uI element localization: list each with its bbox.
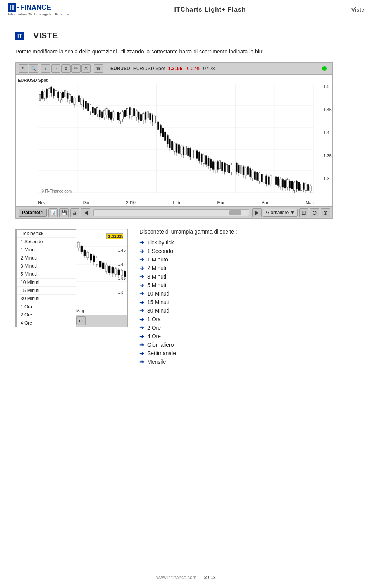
- dropdown-item-4[interactable]: 3 Minuti: [17, 262, 76, 270]
- dropdown-item-7[interactable]: 15 Minuti: [17, 287, 76, 295]
- option-arrow-13: ➔: [140, 350, 144, 356]
- option-arrow-4: ➔: [140, 273, 144, 280]
- svg-rect-77: [113, 112, 114, 118]
- dropdown-item-6[interactable]: 10 Minuti: [17, 279, 76, 287]
- zoom-in-tool-btn[interactable]: 🔍: [29, 64, 38, 73]
- chart-price: 1.3196: [168, 66, 183, 71]
- svg-rect-73: [108, 110, 110, 118]
- svg-rect-163: [217, 162, 219, 170]
- dropdown-list[interactable]: Tick by tick1 Secondo1 Minuto2 Minuti3 M…: [16, 229, 76, 327]
- svg-rect-91: [131, 110, 133, 117]
- zoom-fit-btn[interactable]: ⊡: [299, 208, 308, 217]
- x-label-6: Mag: [306, 200, 314, 205]
- svg-rect-49: [81, 98, 82, 104]
- params-button[interactable]: Parametri: [19, 209, 47, 217]
- svg-rect-15: [39, 94, 41, 101]
- dropdown-item-9[interactable]: 1 Ora: [17, 303, 76, 311]
- y-label-5: 1.3: [324, 176, 332, 181]
- option-label-13: Settimanale: [147, 350, 176, 356]
- svg-rect-81: [120, 114, 121, 121]
- svg-rect-35: [62, 92, 64, 98]
- svg-rect-37: [64, 91, 66, 97]
- dropdown-item-8[interactable]: 30 Minuti: [17, 295, 76, 303]
- header-nav-label: Viste: [351, 7, 364, 13]
- logo-top: IT - FINANCE: [8, 3, 51, 12]
- zoom-in-btn[interactable]: ⊕: [321, 208, 330, 217]
- cursor-tool-btn[interactable]: ↖: [19, 64, 28, 73]
- svg-rect-183: [243, 167, 244, 175]
- y-label-4: 1.35: [324, 153, 332, 158]
- option-row-11: ➔4 Ore: [140, 333, 356, 339]
- option-label-5: 5 Minuti: [147, 282, 166, 288]
- svg-rect-276: [124, 271, 126, 277]
- svg-rect-113: [158, 122, 159, 130]
- option-label-8: 30 Minuti: [147, 308, 169, 314]
- options-list: ➔Tick by tick➔1 Secondo➔1 Minuto➔2 Minut…: [140, 239, 356, 365]
- zoom-out-btn[interactable]: ⊖: [310, 208, 319, 217]
- option-row-10: ➔2 Ore: [140, 325, 356, 331]
- svg-rect-119: [164, 132, 166, 140]
- option-label-11: 4 Ore: [147, 333, 161, 339]
- svg-rect-159: [212, 162, 214, 170]
- chart-symbol: EURUSD: [110, 66, 130, 71]
- delete-tool-btn[interactable]: 🗑: [94, 64, 103, 73]
- svg-rect-239: [310, 186, 311, 191]
- dropdown-item-2[interactable]: 1 Minuto: [17, 246, 76, 254]
- svg-rect-63: [96, 108, 98, 114]
- chart-name: EUR/USD Spot: [133, 66, 165, 71]
- svg-rect-21: [46, 89, 48, 98]
- chart-time: 07:28: [203, 66, 215, 71]
- option-row-9: ➔1 Ora: [140, 316, 356, 322]
- option-label-12: Giornaliero: [147, 342, 174, 348]
- svg-rect-101: [143, 114, 144, 120]
- x-label-2: 2010: [126, 200, 135, 205]
- dropdown-item-11[interactable]: 4 Ore: [17, 319, 76, 327]
- scroll-left-btn[interactable]: ◀: [81, 208, 90, 217]
- option-row-4: ➔3 Minuti: [140, 273, 356, 280]
- dropdown-item-0[interactable]: Tick by tick: [17, 230, 76, 238]
- option-row-2: ➔1 Minuto: [140, 256, 356, 263]
- svg-rect-268: [112, 267, 114, 273]
- period-label: Giornaliero: [266, 210, 289, 215]
- svg-rect-147: [198, 152, 200, 160]
- dropdown-item-3[interactable]: 2 Minuti: [17, 254, 76, 262]
- option-arrow-8: ➔: [140, 308, 144, 314]
- svg-rect-227: [296, 181, 298, 189]
- dropdown-item-1[interactable]: 1 Secondo: [17, 238, 76, 246]
- scroll-right-btn[interactable]: ▶: [252, 208, 262, 217]
- dropdown-zoom-in[interactable]: ⊕: [76, 316, 86, 325]
- svg-rect-175: [231, 164, 232, 172]
- option-arrow-5: ➔: [140, 282, 144, 288]
- svg-rect-225: [294, 182, 295, 191]
- option-label-9: 1 Ora: [147, 316, 161, 322]
- icon-btn-2[interactable]: 💾: [59, 208, 69, 217]
- option-row-12: ➔Giornaliero: [140, 342, 356, 348]
- logo-it-badge: IT: [8, 3, 16, 12]
- scroll-bar[interactable]: [93, 209, 249, 216]
- svg-rect-149: [201, 154, 202, 162]
- svg-rect-31: [57, 92, 59, 98]
- dropdown-item-5[interactable]: 5 Minuti: [17, 270, 76, 279]
- logo-subtitle: Information Technology for Finance: [8, 12, 69, 16]
- svg-rect-53: [85, 101, 87, 109]
- dropdown-item-10[interactable]: 2 Ore: [17, 311, 76, 319]
- svg-rect-201: [263, 175, 265, 182]
- hline-tool-btn[interactable]: ↔: [51, 64, 60, 73]
- svg-rect-221: [289, 181, 291, 188]
- chart-toolbar: ↖ 🔍 / ↔ ≡ ✏ ✕ 🗑 EURUSD EUR/USD Spot 1.31…: [16, 63, 332, 75]
- svg-rect-67: [101, 112, 103, 118]
- draw-tool-btn[interactable]: ✏: [71, 64, 81, 73]
- mini-x-label: Mag: [76, 309, 84, 313]
- indicator-tool-btn[interactable]: ≡: [61, 64, 71, 73]
- line-tool-btn[interactable]: /: [41, 64, 50, 73]
- fib-tool-btn[interactable]: ✕: [81, 64, 91, 73]
- period-selector[interactable]: Giornaliero ▼: [263, 209, 298, 217]
- option-row-6: ➔10 Minuti: [140, 291, 356, 297]
- svg-rect-131: [178, 145, 180, 153]
- icon-btn-1[interactable]: 📊: [48, 208, 58, 217]
- svg-rect-79: [117, 112, 119, 120]
- svg-rect-89: [129, 108, 130, 115]
- icon-btn-3[interactable]: 🖨: [70, 208, 79, 217]
- chart-area: EUR/USD Spot © IT-Finance.com: [16, 75, 332, 206]
- option-arrow-1: ➔: [140, 248, 144, 254]
